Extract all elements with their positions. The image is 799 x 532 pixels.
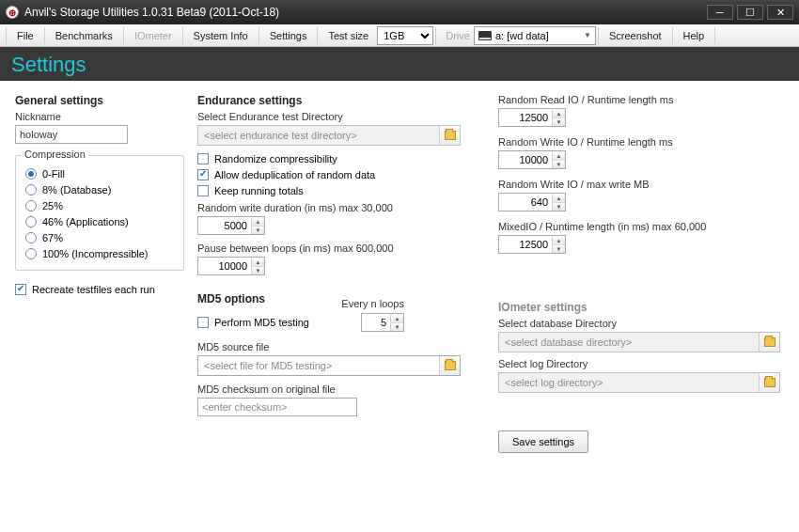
- spinner-icon[interactable]: ▲▼: [552, 195, 565, 211]
- test-size-select[interactable]: 1GB: [377, 26, 433, 45]
- radio-icon: [25, 200, 37, 211]
- menu-system-info[interactable]: System Info: [185, 26, 257, 45]
- every-n-label: Every n loops: [341, 298, 404, 309]
- rand-write-io-input[interactable]: 10000 ▲▼: [498, 150, 566, 169]
- spinner-icon[interactable]: ▲▼: [552, 237, 565, 253]
- maximize-button[interactable]: ☐: [737, 5, 763, 20]
- radio-icon: [25, 216, 37, 227]
- radio-icon: [25, 232, 37, 243]
- checkbox-icon: [197, 169, 209, 180]
- close-button[interactable]: ✕: [767, 5, 793, 20]
- test-size-label: Test size: [320, 26, 377, 45]
- every-n-input[interactable]: 5 ▲▼: [361, 313, 404, 332]
- app-icon: ⊕: [6, 6, 19, 19]
- browse-button[interactable]: [439, 356, 460, 375]
- folder-icon: [445, 131, 456, 140]
- rand-write-max-label: Random Write IO / max write MB: [498, 179, 780, 190]
- checkbox-icon: [197, 317, 209, 328]
- radio-icon: [25, 184, 37, 196]
- save-settings-button[interactable]: Save settings: [498, 430, 588, 453]
- endurance-heading: Endurance settings: [197, 94, 470, 107]
- spinner-icon[interactable]: ▲▼: [251, 258, 264, 274]
- rand-write-duration-label: Random write duration (in ms) max 30,000: [197, 202, 470, 213]
- pause-loops-input[interactable]: 10000 ▲▼: [197, 257, 265, 275]
- iometer-db-input[interactable]: <select database directory>: [498, 332, 780, 352]
- browse-button[interactable]: [759, 333, 779, 352]
- allow-dedup-checkbox[interactable]: Allow deduplication of random data: [197, 169, 470, 180]
- checkbox-icon: [197, 185, 209, 196]
- rand-write-max-input[interactable]: 640 ▲▼: [498, 193, 566, 211]
- md5-source-label: MD5 source file: [197, 341, 470, 352]
- menu-screenshot[interactable]: Screenshot: [601, 26, 670, 45]
- compression-option-46[interactable]: 46% (Applications): [25, 216, 174, 227]
- folder-icon: [764, 378, 776, 387]
- drive-label: Drive: [446, 30, 470, 41]
- browse-button[interactable]: [759, 373, 779, 392]
- settings-content: General settings Nickname Compression 0-…: [0, 81, 799, 532]
- spinner-icon[interactable]: ▲▼: [552, 110, 565, 126]
- md5-checksum-label: MD5 checksum on original file: [197, 383, 470, 395]
- titlebar: ⊕ Anvil's Storage Utilities 1.0.31 Beta9…: [0, 0, 799, 24]
- browse-button[interactable]: [439, 126, 460, 145]
- mixed-io-input[interactable]: 12500 ▲▼: [498, 235, 566, 254]
- checkbox-icon: [15, 284, 26, 295]
- folder-icon: [445, 361, 456, 370]
- rand-read-io-label: Random Read IO / Runtime length ms: [498, 94, 780, 105]
- minimize-button[interactable]: ─: [707, 5, 733, 20]
- window-title: Anvil's Storage Utilities 1.0.31 Beta9 (…: [24, 6, 707, 19]
- perform-md5-checkbox[interactable]: Perform MD5 testing: [197, 317, 309, 328]
- nickname-input[interactable]: [15, 125, 128, 144]
- checkbox-icon: [197, 153, 209, 164]
- rand-read-io-input[interactable]: 12500 ▲▼: [498, 108, 566, 127]
- compression-option-25[interactable]: 25%: [25, 200, 174, 211]
- md5-source-input[interactable]: <select file for MD5 testing>: [197, 355, 461, 376]
- general-heading: General settings: [15, 94, 184, 107]
- md5-checksum-input[interactable]: [197, 398, 357, 416]
- menu-iometer[interactable]: IOmeter: [126, 26, 180, 45]
- keep-totals-checkbox[interactable]: Keep running totals: [197, 185, 470, 196]
- iometer-heading: IOmeter settings: [498, 301, 780, 314]
- iometer-log-input[interactable]: <select log directory>: [498, 372, 780, 393]
- radio-icon: [25, 248, 37, 259]
- spinner-icon[interactable]: ▲▼: [251, 218, 264, 234]
- drive-select[interactable]: a: [wd data]: [474, 26, 596, 45]
- compression-fieldset: Compression 0-Fill 8% (Database) 25% 46%…: [15, 155, 184, 271]
- iometer-db-label: Select database Directory: [498, 318, 780, 329]
- endurance-dir-label: Select Endurance test Directory: [197, 111, 470, 122]
- compression-option-8[interactable]: 8% (Database): [25, 184, 174, 196]
- compression-option-100[interactable]: 100% (Incompressible): [25, 248, 174, 259]
- menu-benchmarks[interactable]: Benchmarks: [47, 26, 121, 45]
- page-title: Settings: [0, 47, 799, 81]
- menu-help[interactable]: Help: [675, 26, 713, 45]
- mixed-io-label: MixedIO / Runtime length (in ms) max 60,…: [498, 221, 780, 232]
- menu-settings[interactable]: Settings: [261, 26, 316, 45]
- compression-legend: Compression: [22, 149, 88, 160]
- radio-icon: [25, 168, 37, 180]
- spinner-icon[interactable]: ▲▼: [552, 152, 565, 168]
- compression-option-67[interactable]: 67%: [25, 232, 174, 243]
- drive-value: a: [wd data]: [495, 30, 549, 41]
- randomize-compressibility-checkbox[interactable]: Randomize compressibility: [197, 153, 470, 164]
- endurance-dir-input[interactable]: <select endurance test directory>: [197, 125, 461, 146]
- pause-loops-label: Pause between loops (in ms) max 600,000: [197, 243, 470, 254]
- compression-option-0fill[interactable]: 0-Fill: [25, 168, 174, 180]
- drive-icon: [478, 31, 492, 40]
- menu-file[interactable]: File: [8, 26, 42, 45]
- folder-icon: [764, 337, 776, 347]
- menubar: File Benchmarks IOmeter System Info Sett…: [0, 24, 799, 47]
- iometer-log-label: Select log Directory: [498, 358, 780, 369]
- rand-write-io-label: Random Write IO / Runtime length ms: [498, 136, 780, 148]
- nickname-label: Nickname: [15, 111, 184, 122]
- md5-heading: MD5 options: [197, 292, 265, 305]
- spinner-icon[interactable]: ▲▼: [390, 315, 403, 331]
- recreate-testfiles-checkbox[interactable]: Recreate testfiles each run: [15, 284, 184, 295]
- rand-write-duration-input[interactable]: 5000 ▲▼: [197, 216, 265, 235]
